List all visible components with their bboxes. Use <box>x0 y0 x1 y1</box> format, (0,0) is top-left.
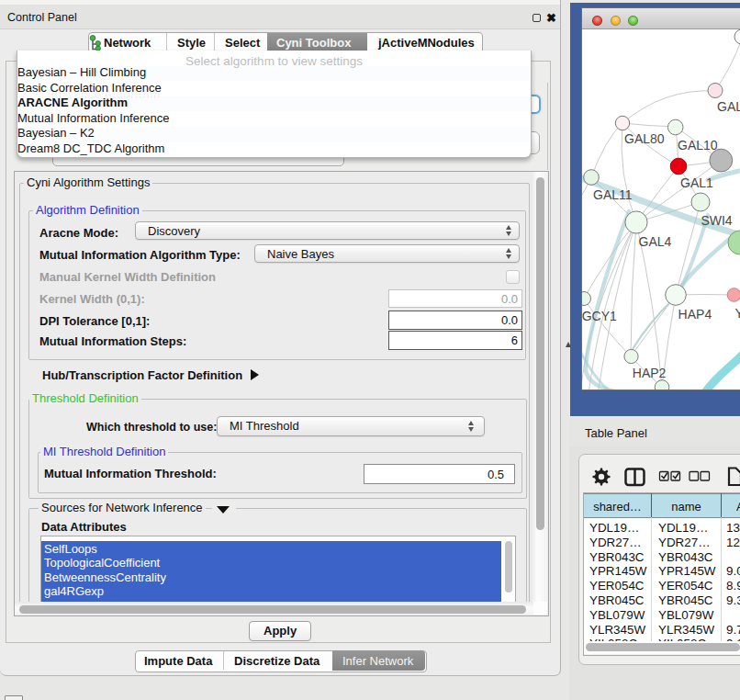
svg-text:GAL80: GAL80 <box>624 131 665 146</box>
svg-text:GAL4: GAL4 <box>639 234 672 249</box>
svg-text:Y: Y <box>735 306 740 321</box>
svg-text:HAP2: HAP2 <box>633 366 667 380</box>
svg-text:GAL2: GAL2 <box>717 99 740 114</box>
svg-text:GAL1: GAL1 <box>680 175 713 190</box>
svg-text:GAL11: GAL11 <box>593 187 633 202</box>
svg-text:GAL10: GAL10 <box>678 138 718 152</box>
svg-text:SWI4: SWI4 <box>701 213 732 228</box>
svg-text:HAP4: HAP4 <box>678 307 712 322</box>
svg-text:GCY1: GCY1 <box>582 309 617 323</box>
